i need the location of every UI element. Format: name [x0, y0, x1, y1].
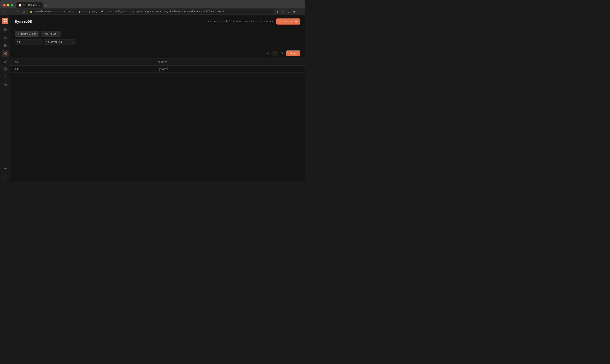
header-right: manitej-graphql-appsync-my-stack / Notes… [208, 18, 300, 25]
address-bar[interactable]: 🔒 console.serverless-stack.com/graphql-a… [27, 9, 274, 14]
svg-rect-7 [5, 21, 7, 22]
add-filter-button[interactable]: Add Filter [41, 31, 61, 37]
col-header-content: content [158, 61, 300, 64]
svg-rect-18 [5, 54, 6, 55]
svg-rect-5 [5, 19, 7, 20]
svg-rect-1 [20, 4, 21, 5]
browser-controls: ⋯ [298, 4, 302, 6]
tab-title: SST Console [23, 4, 37, 6]
breadcrumb-table: Notes2 [264, 20, 273, 23]
svg-rect-17 [4, 54, 5, 55]
browser-chrome: SST Console × + ⋯ ← → ↻ ⌂ 🔒 console.serv… [0, 0, 305, 15]
close-button[interactable] [3, 4, 6, 6]
svg-rect-4 [3, 19, 5, 20]
tab-favicon [19, 4, 21, 6]
create-item-button[interactable]: Create Item [276, 18, 300, 25]
primary-index-button[interactable]: Primary Index [15, 31, 39, 37]
page-title: DynamoDB [15, 19, 32, 24]
filter-field-input[interactable] [15, 39, 42, 45]
profile-button[interactable]: ◉ [292, 9, 297, 14]
sidebar-item-api[interactable] [1, 42, 9, 49]
current-page: 1 [272, 51, 278, 56]
svg-rect-2 [19, 5, 20, 6]
traffic-lights [3, 4, 13, 6]
tab-close-icon[interactable]: × [39, 4, 40, 6]
bookmark-button[interactable]: ☆ [281, 9, 286, 14]
svg-rect-3 [20, 5, 21, 6]
col-header-id: id [15, 61, 158, 64]
browser-toolbar: ← → ↻ ⌂ 🔒 console.serverless-stack.com/g… [0, 8, 305, 15]
condition-select-wrapper: is anything = != < <= > >= between begin… [44, 39, 75, 45]
url-text: console.serverless-stack.com/graphql-app… [34, 10, 228, 13]
sidebar-logo[interactable] [2, 18, 8, 24]
cell-id: 001 [15, 67, 158, 70]
minimize-button[interactable] [7, 4, 9, 6]
svg-rect-16 [5, 52, 6, 53]
scan-button[interactable]: Scan [286, 51, 300, 56]
prev-page-button[interactable]: < [265, 51, 270, 56]
sidebar-item-functions[interactable] [1, 34, 9, 41]
breadcrumb: manitej-graphql-appsync-my-stack / Notes… [208, 20, 273, 23]
breadcrumb-separator: / [260, 20, 261, 23]
app-container: DynamoDB manitej-graphql-appsync-my-stac… [0, 15, 305, 182]
breadcrumb-stack: manitej-graphql-appsync-my-stack [208, 20, 257, 23]
svg-rect-15 [4, 52, 5, 53]
next-page-button[interactable]: > [280, 51, 285, 56]
sidebar-item-settings[interactable] [1, 165, 9, 172]
filter-row: is anything = != < <= > >= between begin… [15, 39, 300, 45]
sidebar-item-buckets[interactable] [1, 65, 9, 73]
sidebar-item-dynamodb[interactable] [1, 50, 9, 57]
scan-bar: < 1 > Scan [10, 48, 305, 59]
sidebar-item-events[interactable] [1, 73, 9, 80]
home-button[interactable]: ⌂ [22, 9, 26, 14]
sidebar-item-cognito[interactable] [1, 81, 9, 88]
table-row[interactable]: 001 My note [10, 65, 305, 73]
svg-rect-0 [19, 4, 20, 5]
svg-point-24 [4, 84, 6, 85]
sidebar-item-logout[interactable] [1, 173, 9, 180]
svg-point-11 [5, 38, 5, 39]
svg-rect-6 [3, 21, 5, 22]
share-button[interactable]: ⬆ [275, 9, 280, 14]
sidebar-bottom [1, 165, 9, 180]
svg-point-19 [4, 60, 6, 61]
condition-select[interactable]: is anything = != < <= > >= between begin… [44, 39, 75, 45]
new-tab-button[interactable]: + [44, 3, 49, 8]
back-button[interactable]: ← [2, 9, 7, 14]
tab-bar: SST Console × + [16, 2, 157, 8]
main-content: DynamoDB manitej-graphql-appsync-my-stac… [10, 15, 305, 182]
active-tab[interactable]: SST Console × [16, 2, 43, 8]
sidebar [0, 15, 10, 182]
menu-button[interactable]: ⋮ [298, 9, 303, 14]
forward-button[interactable]: → [9, 9, 14, 14]
sidebar-item-rds[interactable] [1, 58, 9, 65]
extensions-button[interactable]: ⬡ [286, 9, 291, 14]
reload-button[interactable]: ↻ [16, 9, 20, 14]
svg-point-26 [4, 168, 5, 169]
sidebar-item-stacks[interactable] [1, 26, 9, 33]
filter-buttons: Primary Index Add Filter [15, 31, 300, 37]
browser-titlebar: SST Console × + ⋯ [0, 0, 305, 8]
toolbar-actions: ⬆ ☆ ⬡ ◉ ⋮ [275, 9, 303, 14]
maximize-button[interactable] [11, 4, 13, 6]
filter-section: Primary Index Add Filter is anything = !… [10, 28, 305, 48]
page-header: DynamoDB manitej-graphql-appsync-my-stac… [10, 15, 305, 28]
table-header: id content [10, 59, 305, 65]
lock-icon: 🔒 [30, 10, 32, 13]
cell-content: My note [158, 67, 300, 70]
data-table: id content 001 My note [10, 59, 305, 182]
svg-point-25 [6, 84, 6, 85]
